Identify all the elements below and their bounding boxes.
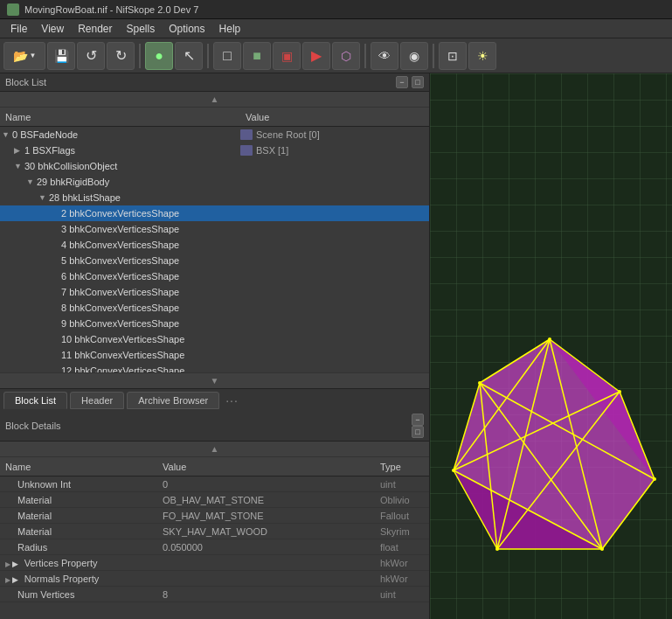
- expand-icon[interactable]: ▼: [26, 177, 35, 186]
- tree-row[interactable]: 6 bhkConvexVerticesShape: [0, 268, 429, 284]
- menu-render[interactable]: Render: [71, 21, 119, 37]
- expand-icon[interactable]: ▼: [2, 130, 10, 139]
- title-bar: MovingRowBoat.nif - NifSkope 2.0 Dev 7: [0, 0, 672, 19]
- detail-row[interactable]: Radius0.050000float: [0, 539, 429, 555]
- tree-row[interactable]: ▼28 bhkListShape: [0, 190, 429, 205]
- menu-spells[interactable]: Spells: [120, 21, 163, 37]
- block-details-title: Block Details: [5, 421, 61, 431]
- svg-point-25: [478, 381, 481, 385]
- save-icon: 💾: [54, 49, 69, 63]
- solid-box-button[interactable]: ■: [243, 42, 271, 70]
- tree-node-name: ▼28 bhkListShape: [0, 192, 240, 203]
- detail-row[interactable]: Unknown Int0uint: [0, 476, 429, 492]
- expand-icon[interactable]: ▼: [38, 193, 47, 202]
- tab-block-list[interactable]: Block List: [3, 392, 67, 409]
- separator-3: [364, 44, 366, 68]
- details-scroll-up-icon: ▲: [211, 444, 219, 454]
- tree-row[interactable]: ▼30 bhkCollisionObject: [0, 158, 429, 174]
- scroll-up-button[interactable]: ▲: [0, 92, 429, 108]
- menu-view[interactable]: View: [34, 21, 71, 37]
- tree-row[interactable]: 8 bhkConvexVerticesShape: [0, 300, 429, 316]
- tree-node-name: 11 bhkConvexVerticesShape: [0, 350, 240, 360]
- tree-row[interactable]: 11 bhkConvexVerticesShape: [0, 347, 429, 363]
- block-tree[interactable]: ▼0 BSFadeNodeScene Root [0]▶1 BSXFlagsBS…: [0, 127, 429, 372]
- light-button[interactable]: ☀: [468, 42, 496, 70]
- eye-button[interactable]: 👁: [371, 42, 398, 70]
- detail-row[interactable]: Num Vertices8uint: [0, 587, 429, 602]
- detail-row[interactable]: MaterialFO_HAV_MAT_STONEFallout: [0, 508, 429, 524]
- tree-row[interactable]: 12 bhkConvexVerticesShape: [0, 363, 429, 372]
- detail-type: float: [377, 542, 429, 553]
- box-icon: □: [223, 48, 232, 64]
- menu-help[interactable]: Help: [212, 21, 248, 37]
- node-label: 28 bhkListShape: [49, 192, 121, 203]
- tab-archive-browser[interactable]: Archive Browser: [127, 392, 219, 409]
- detail-row[interactable]: ▶ Vertices PropertyhkWor: [0, 555, 429, 571]
- camera-button[interactable]: ⊡: [439, 42, 467, 70]
- tree-row[interactable]: 7 bhkConvexVerticesShape: [0, 284, 429, 300]
- detail-type: uint: [377, 479, 429, 490]
- tree-row[interactable]: 9 bhkConvexVerticesShape: [0, 316, 429, 331]
- expand-button[interactable]: □: [412, 76, 424, 88]
- tree-node-name: 2 bhkConvexVerticesShape: [0, 208, 240, 219]
- detail-name: Material: [0, 511, 157, 521]
- value-type-icon: [240, 145, 253, 156]
- tree-row[interactable]: 3 bhkConvexVerticesShape: [0, 221, 429, 237]
- detail-type: Skyrim: [377, 526, 429, 537]
- arrow-icon: ▶: [311, 47, 322, 64]
- eye2-button[interactable]: ◉: [400, 42, 428, 70]
- block-list-columns: Name Value: [0, 108, 429, 127]
- tree-row[interactable]: 5 bhkConvexVerticesShape: [0, 253, 429, 268]
- tree-row[interactable]: 10 bhkConvexVerticesShape: [0, 331, 429, 347]
- block-details-controls: − □: [412, 414, 424, 438]
- expand-icon[interactable]: ▶: [14, 146, 23, 155]
- sphere-mode-button[interactable]: ●: [145, 42, 173, 70]
- details-scroll-up-button[interactable]: ▲: [0, 442, 429, 457]
- tab-header[interactable]: Header: [70, 392, 124, 409]
- nif-model-view: [430, 322, 672, 584]
- save-button[interactable]: 💾: [47, 42, 75, 70]
- wire-box-button[interactable]: ▣: [273, 42, 301, 70]
- tree-row[interactable]: 4 bhkConvexVerticesShape: [0, 237, 429, 253]
- tree-row[interactable]: ▼0 BSFadeNodeScene Root [0]: [0, 127, 429, 143]
- svg-point-24: [452, 469, 455, 472]
- detail-value: 0.050000: [157, 542, 377, 553]
- block-list-header: Block List − □: [0, 73, 429, 92]
- tree-row[interactable]: ▶1 BSXFlagsBSX [1]: [0, 143, 429, 158]
- left-panel: Block List − □ ▲ Name Value ▼0 BSFadeNod…: [0, 73, 430, 619]
- detail-row[interactable]: ▶ Normals PropertyhkWor: [0, 571, 429, 587]
- select-button[interactable]: ↖: [175, 42, 203, 70]
- viewport[interactable]: [430, 73, 672, 619]
- block-details-section: Block Details − □ ▲ Name Value Type Unkn…: [0, 411, 429, 619]
- block-list-section: Block List − □ ▲ Name Value ▼0 BSFadeNod…: [0, 73, 429, 388]
- menu-options[interactable]: Options: [162, 21, 211, 37]
- arrow-button[interactable]: ▶: [302, 42, 330, 70]
- box-button[interactable]: □: [213, 42, 241, 70]
- undo-button[interactable]: ↺: [77, 42, 105, 70]
- tree-node-value: Scene Root [0]: [240, 129, 426, 140]
- tab-overflow[interactable]: ···: [225, 393, 239, 407]
- details-collapse-button[interactable]: −: [412, 414, 424, 426]
- node-label: 6 bhkConvexVerticesShape: [61, 271, 179, 282]
- det-col-name-header: Name: [0, 462, 157, 472]
- details-expand-button[interactable]: □: [412, 426, 424, 438]
- tree-row[interactable]: 2 bhkConvexVerticesShape: [0, 205, 429, 221]
- detail-row[interactable]: MaterialOB_HAV_MAT_STONEOblivio: [0, 492, 429, 508]
- menu-file[interactable]: File: [3, 21, 34, 37]
- detail-row[interactable]: MaterialSKY_HAV_MAT_WOODSkyrim: [0, 524, 429, 539]
- svg-point-21: [653, 477, 656, 481]
- detail-value: FO_HAV_MAT_STONE: [157, 511, 377, 521]
- eye2-icon: ◉: [409, 49, 419, 63]
- detail-type: hkWor: [377, 574, 429, 584]
- separator-4: [433, 44, 434, 68]
- tree-row[interactable]: ▼29 bhkRigidBody: [0, 174, 429, 190]
- open-button[interactable]: 📂 ▼: [3, 42, 45, 70]
- collapse-button[interactable]: −: [396, 76, 408, 88]
- node-label: 7 bhkConvexVerticesShape: [61, 287, 179, 297]
- expand-icon[interactable]: ▼: [14, 162, 23, 170]
- node-label: 5 bhkConvexVerticesShape: [61, 255, 179, 266]
- detail-name: Radius: [0, 542, 157, 553]
- scroll-down-button[interactable]: ▼: [0, 372, 429, 388]
- redo-button[interactable]: ↻: [107, 42, 135, 70]
- shape-button[interactable]: ⬡: [332, 42, 360, 70]
